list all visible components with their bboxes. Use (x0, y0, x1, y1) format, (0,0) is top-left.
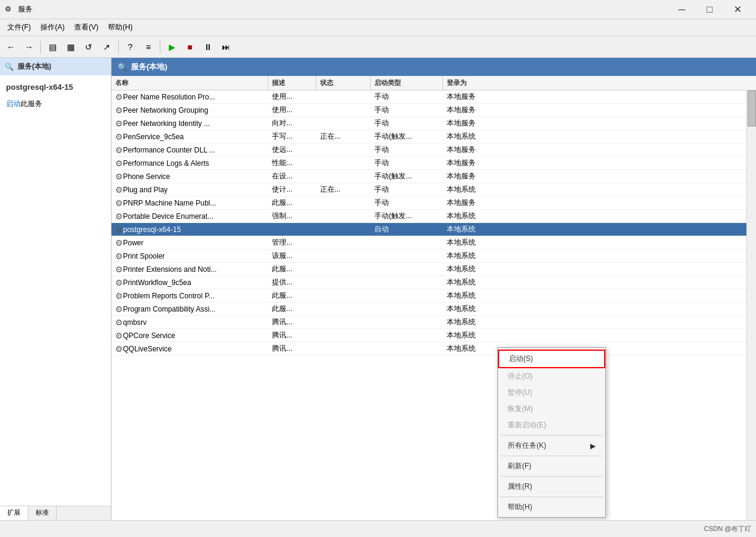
context-menu-label: 刷新(F) (508, 461, 531, 471)
context-menu-item-start[interactable]: 启动(S) (498, 350, 605, 368)
table-row[interactable]: ⚙Performance Logs & Alerts性能...手动本地服务 (112, 157, 756, 170)
close-button[interactable]: ✕ (723, 0, 751, 19)
table-row[interactable]: ⚙Portable Device Enumerat...强制...手动(触发..… (112, 210, 756, 223)
back-button[interactable]: ← (2, 39, 19, 55)
col-starttype[interactable]: 启动类型 (371, 76, 443, 90)
service-desc-cell: 腾讯... (268, 316, 317, 328)
service-desc-cell: 向对... (268, 117, 317, 130)
menu-file[interactable]: 文件(F) (2, 20, 36, 35)
gear-icon: ⚙ (115, 159, 123, 168)
tab-standard[interactable]: 标准 (28, 506, 57, 520)
maximize-button[interactable]: □ (696, 0, 723, 19)
context-menu-label: 恢复(M) (508, 404, 533, 414)
service-status-cell (317, 342, 371, 355)
service-status-cell (317, 236, 371, 249)
service-name-cell: ⚙PrintWorkflow_9c5ea (112, 276, 268, 289)
export-button[interactable]: ↗ (98, 39, 115, 55)
scrollbar-thumb[interactable] (748, 90, 756, 127)
menu-help[interactable]: 帮助(H) (103, 20, 137, 35)
table-body: ⚙Peer Name Resolution Pro...使用...手动本地服务⚙… (112, 90, 756, 356)
service-name-cell: ⚙Portable Device Enumerat... (112, 210, 268, 222)
table-row[interactable]: ⚙PrintWorkflow_9c5ea提供...本地系统 (112, 276, 756, 289)
service-name: Program Compatibility Assi... (123, 305, 215, 313)
table-row[interactable]: ⚙PNRP Machine Name Publ...此服...手动本地服务 (112, 196, 756, 210)
context-menu-item-refresh[interactable]: 刷新(F) (498, 458, 605, 474)
gear-icon: ⚙ (115, 331, 123, 341)
context-menu-label: 重新启动(E) (508, 420, 546, 430)
gear-icon: ⚙ (115, 92, 123, 102)
help-button[interactable]: ? (122, 39, 139, 55)
table-row[interactable]: ⚙Printer Extensions and Noti...此服...本地系统 (112, 263, 756, 276)
service-loginas-cell: 本地服务 (443, 170, 503, 183)
service-name: QQLiveService (123, 345, 172, 353)
show-hide-button[interactable]: ▤ (44, 39, 61, 55)
menu-view[interactable]: 查看(V) (69, 20, 103, 35)
gear-icon: ⚙ (115, 265, 123, 274)
service-name-cell: ⚙Print Spooler (112, 250, 268, 262)
table-row[interactable]: ⚙Peer Networking Identity ...向对...手动本地服务 (112, 117, 756, 130)
table-row[interactable]: ⚙Power管理...本地系统 (112, 236, 756, 250)
service-name-cell: ⚙Printer Extensions and Noti... (112, 263, 268, 275)
service-name: Phone Service (123, 172, 170, 181)
context-menu-item-all-tasks[interactable]: 所有任务(K)▶ (498, 438, 605, 454)
restart-button[interactable]: ⏭ (218, 39, 235, 55)
stop-button[interactable]: ■ (181, 39, 198, 55)
col-name[interactable]: 名称 (112, 76, 268, 90)
table-row[interactable]: ⚙Program Compatibility Assi...此服...本地系统 (112, 303, 756, 316)
service-desc-cell: 腾讯... (268, 342, 317, 355)
toolbar-separator-3 (160, 40, 160, 54)
service-desc-cell: 此服... (268, 263, 317, 275)
prop-button[interactable]: ≡ (140, 39, 157, 55)
service-starttype-cell: 手动 (371, 157, 443, 169)
table-row[interactable]: ⚙Plug and Play使计...正在...手动本地系统 (112, 183, 756, 196)
left-panel-title: 服务(本地) (17, 61, 51, 72)
context-menu-item-resume: 恢复(M) (498, 401, 605, 417)
table-row[interactable]: ⚙Peer Networking Grouping使用...手动本地服务 (112, 104, 756, 117)
list-view-button[interactable]: ▦ (62, 39, 79, 55)
service-status-cell (317, 223, 371, 236)
table-row[interactable]: ⚙postgresql-x64-15自动本地系统 (112, 223, 756, 236)
minimize-button[interactable]: ─ (668, 0, 696, 19)
start-service-link[interactable]: 启动 (6, 99, 20, 108)
context-menu-item-stop: 停止(O) (498, 368, 605, 385)
pause-button[interactable]: ⏸ (200, 39, 216, 55)
left-panel-content: postgresql-x64-15 启动此服务 (0, 75, 111, 506)
window-controls: ─ □ ✕ (668, 0, 751, 19)
forward-button[interactable]: → (20, 39, 37, 55)
scrollbar-track[interactable] (746, 78, 756, 520)
table-row[interactable]: ⚙Print Spooler该服...本地系统 (112, 250, 756, 263)
service-loginas-cell: 本地系统 (443, 236, 503, 249)
service-starttype-cell: 手动 (371, 90, 443, 103)
service-name-cell: ⚙QQLiveService (112, 342, 268, 355)
service-status-cell (317, 316, 371, 328)
service-desc-cell: 管理... (268, 236, 317, 249)
table-row[interactable]: ⚙Problem Reports Control P...此服...本地系统 (112, 289, 756, 303)
service-desc-cell: 在设... (268, 170, 317, 183)
col-desc[interactable]: 描述 (268, 76, 317, 90)
service-name: PrintWorkflow_9c5ea (123, 278, 191, 287)
table-row[interactable]: ⚙Performance Counter DLL ...使远...手动本地服务 (112, 143, 756, 157)
table-row[interactable]: ⚙Phone Service在设...手动(触发...本地服务 (112, 170, 756, 183)
tab-expand[interactable]: 扩展 (0, 506, 28, 520)
table-row[interactable]: ⚙QQLiveService腾讯...本地系统 (112, 342, 756, 356)
gear-icon: ⚙ (115, 344, 123, 354)
service-desc-cell: 性能... (268, 157, 317, 169)
context-menu-item-properties[interactable]: 属性(R) (498, 479, 605, 495)
table-row[interactable]: ⚙Peer Name Resolution Pro...使用...手动本地服务 (112, 90, 756, 104)
table-row[interactable]: ⚙QPCore Service腾讯...本地系统 (112, 329, 756, 342)
refresh-button[interactable]: ↺ (80, 39, 97, 55)
table-row[interactable]: ⚙PenService_9c5ea手写...正在...手动(触发...本地系统 (112, 130, 756, 143)
start-button[interactable]: ▶ (163, 39, 180, 55)
col-loginas[interactable]: 登录为 (443, 76, 503, 90)
service-starttype-cell: 手动 (371, 143, 443, 156)
gear-icon: ⚙ (115, 198, 123, 208)
service-name-cell: ⚙Performance Logs & Alerts (112, 157, 268, 169)
services-table[interactable]: 名称 描述 状态 启动类型 登录为 ⚙Peer Name Resolution … (112, 76, 756, 520)
table-row[interactable]: ⚙qmbsrv腾讯...本地系统 (112, 316, 756, 329)
context-menu: 启动(S)停止(O)暂停(U)恢复(M)重新启动(E)所有任务(K)▶刷新(F)… (497, 347, 606, 518)
context-menu-item-help[interactable]: 帮助(H) (498, 499, 605, 515)
title-bar: ⚙ 服务 ─ □ ✕ (0, 0, 756, 19)
service-status-cell (317, 303, 371, 315)
col-status[interactable]: 状态 (317, 76, 371, 90)
menu-action[interactable]: 操作(A) (36, 20, 69, 35)
